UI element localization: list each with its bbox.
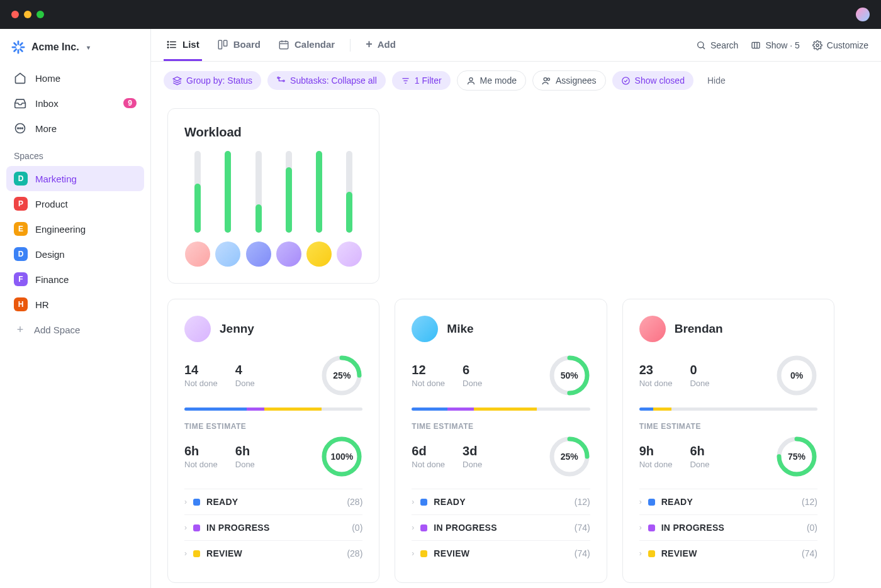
nav-home[interactable]: Home (6, 65, 144, 91)
view-tab-board[interactable]: Board (215, 30, 263, 61)
time-estimate-label: TIME ESTIMATE (639, 422, 817, 431)
space-label: Engineering (35, 224, 86, 235)
chevron-right-icon: › (412, 497, 414, 506)
assignees-chip[interactable]: Assignees (532, 70, 606, 91)
chevron-right-icon: › (412, 523, 414, 532)
plus-icon: + (14, 323, 26, 336)
workload-avatar[interactable] (185, 241, 210, 267)
workload-avatar[interactable] (276, 241, 301, 267)
person-avatar[interactable] (412, 316, 438, 342)
nav-label: More (35, 123, 57, 134)
status-row[interactable]: ›REVIEW(74) (639, 540, 817, 566)
home-icon (14, 72, 26, 84)
status-label: READY (206, 497, 238, 507)
space-item-engineering[interactable]: EEngineering (6, 216, 144, 241)
view-tab-calendar[interactable]: Calendar (276, 30, 337, 61)
space-item-design[interactable]: DDesign (6, 241, 144, 267)
status-color-icon (420, 550, 427, 557)
svg-point-24 (698, 42, 704, 47)
status-label: REVIEW (206, 548, 242, 558)
view-tab-list[interactable]: List (164, 30, 202, 61)
not-done-count: 12 (412, 363, 445, 377)
gear-icon (812, 40, 822, 50)
hide-button[interactable]: Hide (707, 75, 726, 86)
svg-point-11 (22, 128, 23, 129)
status-row[interactable]: ›REVIEW(74) (412, 540, 590, 566)
status-count: (0) (807, 523, 817, 533)
svg-point-10 (20, 128, 21, 129)
group-by-chip[interactable]: Group by: Status (164, 71, 261, 90)
svg-point-38 (547, 78, 550, 80)
chevron-right-icon: › (639, 523, 642, 532)
show-button[interactable]: Show · 5 (751, 40, 799, 50)
done-count: 0 (690, 363, 709, 377)
completion-ring: 50% (549, 355, 590, 396)
workspace-switcher[interactable]: Acme Inc. ▾ (6, 40, 144, 65)
workload-avatar[interactable] (306, 241, 332, 267)
workload-avatar[interactable] (215, 241, 240, 267)
chevron-right-icon: › (184, 497, 187, 506)
done-count: 6 (463, 363, 482, 377)
svg-line-5 (20, 49, 22, 51)
status-label: IN PROGRESS (661, 523, 725, 533)
minimize-window-icon[interactable] (24, 11, 31, 18)
inbox-badge: 9 (123, 98, 137, 108)
close-window-icon[interactable] (11, 11, 19, 18)
status-color-icon (193, 550, 200, 557)
status-row[interactable]: ›IN PROGRESS(0) (184, 514, 362, 540)
board-icon (217, 39, 228, 50)
status-row[interactable]: ›READY(12) (639, 489, 817, 514)
space-item-product[interactable]: PProduct (6, 191, 144, 216)
chevron-right-icon: › (412, 549, 414, 558)
time-done: 6h (235, 444, 255, 458)
filter-icon (401, 76, 410, 86)
svg-point-36 (469, 77, 473, 80)
space-badge-icon: H (14, 297, 28, 311)
workload-avatar[interactable] (337, 241, 362, 267)
me-mode-chip[interactable]: Me mode (457, 70, 526, 91)
add-view-button[interactable]: + Add (363, 29, 398, 62)
svg-marker-30 (173, 77, 181, 80)
status-color-icon (648, 550, 655, 557)
status-count: (28) (347, 548, 362, 558)
time-done: 6h (690, 444, 709, 458)
subtask-icon (276, 76, 286, 86)
space-item-hr[interactable]: HHR (6, 292, 144, 317)
status-count: (12) (575, 497, 590, 507)
workload-avatar[interactable] (246, 241, 271, 267)
nav-more[interactable]: More (6, 116, 144, 141)
inbox-icon (14, 97, 26, 109)
search-button[interactable]: Search (696, 40, 738, 50)
add-space-button[interactable]: + Add Space (6, 317, 144, 342)
status-row[interactable]: ›IN PROGRESS(0) (639, 514, 817, 540)
subtasks-chip[interactable]: Subtasks: Collapse all (267, 71, 386, 90)
person-avatar[interactable] (184, 316, 211, 342)
space-label: Design (35, 249, 65, 260)
person-card-mike: Mike 12Not done 6Done 50% TIME ESTIMATE … (395, 299, 607, 583)
customize-button[interactable]: Customize (812, 40, 868, 50)
titlebar (0, 0, 881, 29)
status-color-icon (648, 524, 655, 531)
not-done-count: 23 (639, 363, 673, 377)
space-label: HR (35, 299, 49, 310)
space-item-finance[interactable]: FFinance (6, 267, 144, 292)
status-row[interactable]: ›READY(28) (184, 489, 362, 514)
divider (350, 39, 351, 52)
user-avatar-icon[interactable] (856, 8, 870, 21)
space-item-marketing[interactable]: DMarketing (6, 166, 144, 191)
completion-ring: 0% (776, 355, 817, 396)
maximize-window-icon[interactable] (36, 11, 44, 18)
status-row[interactable]: ›READY(12) (412, 489, 590, 514)
person-avatar[interactable] (639, 316, 666, 342)
time-estimate-label: TIME ESTIMATE (412, 422, 590, 431)
status-label: IN PROGRESS (434, 523, 497, 533)
status-label: REVIEW (661, 548, 697, 558)
status-row[interactable]: ›IN PROGRESS(74) (412, 514, 590, 540)
filter-chip[interactable]: 1 Filter (392, 71, 451, 90)
show-closed-chip[interactable]: Show closed (612, 71, 693, 90)
svg-point-29 (816, 44, 819, 47)
nav-inbox[interactable]: Inbox 9 (6, 91, 144, 116)
status-row[interactable]: ›REVIEW(28) (184, 540, 362, 566)
svg-line-4 (14, 43, 16, 45)
svg-point-16 (167, 44, 169, 45)
